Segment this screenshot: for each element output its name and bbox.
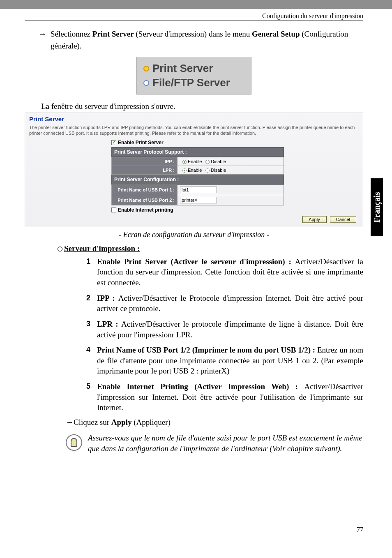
screenshot-caption: - Ecran de configuration du serveur d'im… xyxy=(25,231,363,239)
enable-internet-printing-label: Enable Internet printing xyxy=(118,207,173,213)
ps-title: Print Server xyxy=(29,115,359,122)
cancel-button[interactable]: Cancel xyxy=(330,216,356,223)
bullet-ring-icon xyxy=(58,247,62,251)
list-item: 5 Enable Internet Printing (Activer Impr… xyxy=(86,381,363,413)
checkbox-unchecked-icon[interactable] xyxy=(111,208,116,212)
usb-port2-input[interactable] xyxy=(180,197,217,203)
usb-port1-input[interactable] xyxy=(180,187,217,193)
menu-option-print-server: Print Server xyxy=(152,62,213,75)
radio-unselected-icon xyxy=(143,80,149,86)
lightbulb-icon xyxy=(66,434,82,451)
note-text: Assurez-vous que le nom de file d'attent… xyxy=(88,433,363,454)
menu-option-file-ftp: File/FTP Server xyxy=(152,76,230,89)
subsection-heading: Serveur d'impression : xyxy=(58,244,363,253)
usb-port1-row: Print Name of USB Port 1 : xyxy=(112,184,284,195)
lpr-row: LPR : Enable Disable xyxy=(112,166,284,174)
list-item: 2 IPP : Activer/Désactiver le Protocole … xyxy=(86,293,363,314)
apply-button[interactable]: Apply xyxy=(302,216,326,223)
list-item: 3 LPR : Activer/Désactiver le protocole … xyxy=(86,319,363,340)
language-tab: Français xyxy=(371,178,383,236)
protocol-support-header: Print Server Protocol Support : xyxy=(111,147,284,157)
menu-screenshot: Print Server File/FTP Server xyxy=(136,57,251,95)
radio-selected-icon xyxy=(143,66,149,71)
numbered-list: 1 Enable Print Server (Activer le serveu… xyxy=(86,256,363,413)
usb-port1-label: Print Name of USB Port 1 : xyxy=(112,184,178,195)
list-item: 4 Print Name of USB Port 1/2 (Imprimer l… xyxy=(86,345,363,376)
header-doc-title: Configuration du serveur d'impression xyxy=(0,9,392,20)
ps-description: The printer server function supports LPR… xyxy=(29,125,359,136)
list-item: 1 Enable Print Server (Activer le serveu… xyxy=(86,256,363,288)
top-bar xyxy=(0,0,392,9)
ipp-disable-radio[interactable] xyxy=(205,160,210,164)
ipp-enable-radio[interactable] xyxy=(182,160,187,164)
note-block: Assurez-vous que le nom de file d'attent… xyxy=(66,433,363,454)
lpr-disable-radio[interactable] xyxy=(205,168,210,173)
enable-print-server-label: Enable Print Server xyxy=(118,140,164,145)
click-apply-instruction: →Cliquez sur Apply (Appliquer) xyxy=(66,418,363,427)
window-opens-text: La fenêtre du serveur d'impression s'ouv… xyxy=(41,102,363,111)
checkbox-checked-icon[interactable]: ✓ xyxy=(111,140,116,145)
print-server-screenshot: Print Server The printer server function… xyxy=(25,113,363,227)
ipp-row: IPP : Enable Disable xyxy=(112,157,284,166)
instruction-select-menu: → Sélectionnez Print Server (Serveur d'i… xyxy=(25,28,363,52)
lpr-label: LPR : xyxy=(112,166,178,174)
usb-port2-label: Print Name of USB Port 2 : xyxy=(112,195,178,205)
lpr-enable-radio[interactable] xyxy=(182,168,187,173)
page-number: 77 xyxy=(357,526,363,533)
ipp-label: IPP : xyxy=(112,157,178,166)
configuration-header: Print Server Configuration : xyxy=(111,175,284,184)
arrow-icon: → xyxy=(25,28,51,52)
usb-port2-row: Print Name of USB Port 2 : xyxy=(112,195,284,205)
